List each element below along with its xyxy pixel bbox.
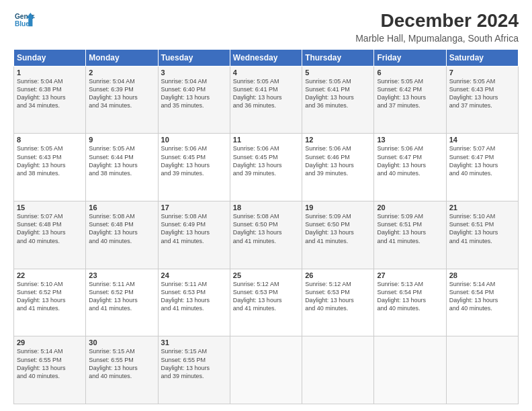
table-row: 7Sunrise: 5:05 AM Sunset: 6:43 PM Daylig… <box>446 66 518 134</box>
cell-content: Sunrise: 5:04 AM Sunset: 6:38 PM Dayligh… <box>17 77 83 110</box>
table-row <box>446 336 518 404</box>
table-row: 19Sunrise: 5:09 AM Sunset: 6:50 PM Dayli… <box>302 201 374 269</box>
day-number: 7 <box>449 68 515 77</box>
day-number: 24 <box>161 271 227 279</box>
table-row: 6Sunrise: 5:05 AM Sunset: 6:42 PM Daylig… <box>374 66 446 134</box>
calendar-header-row: Sunday Monday Tuesday Wednesday Thursday… <box>14 49 519 66</box>
day-number: 31 <box>161 338 227 347</box>
cell-content: Sunrise: 5:05 AM Sunset: 6:43 PM Dayligh… <box>449 77 515 110</box>
cell-content: Sunrise: 5:11 AM Sunset: 6:53 PM Dayligh… <box>161 280 227 313</box>
day-number: 2 <box>89 68 154 77</box>
calendar-table: Sunday Monday Tuesday Wednesday Thursday… <box>13 49 519 404</box>
day-number: 18 <box>233 203 299 212</box>
day-number: 4 <box>233 68 299 77</box>
table-row: 5Sunrise: 5:05 AM Sunset: 6:41 PM Daylig… <box>302 66 374 134</box>
day-number: 14 <box>449 136 515 144</box>
table-row: 20Sunrise: 5:09 AM Sunset: 6:51 PM Dayli… <box>374 201 446 269</box>
calendar-week-row: 8Sunrise: 5:05 AM Sunset: 6:43 PM Daylig… <box>14 134 519 201</box>
table-row: 25Sunrise: 5:12 AM Sunset: 6:53 PM Dayli… <box>230 269 302 336</box>
day-number: 6 <box>377 68 443 77</box>
cell-content: Sunrise: 5:15 AM Sunset: 6:55 PM Dayligh… <box>161 347 227 380</box>
cell-content: Sunrise: 5:07 AM Sunset: 6:48 PM Dayligh… <box>17 212 83 245</box>
table-row: 23Sunrise: 5:11 AM Sunset: 6:52 PM Dayli… <box>86 269 158 336</box>
day-number: 5 <box>305 68 371 77</box>
cell-content: Sunrise: 5:08 AM Sunset: 6:50 PM Dayligh… <box>233 212 299 245</box>
table-row: 3Sunrise: 5:04 AM Sunset: 6:40 PM Daylig… <box>158 66 230 134</box>
day-number: 26 <box>305 271 371 279</box>
day-number: 17 <box>161 203 227 212</box>
cell-content: Sunrise: 5:11 AM Sunset: 6:52 PM Dayligh… <box>89 280 154 313</box>
table-row: 12Sunrise: 5:06 AM Sunset: 6:46 PM Dayli… <box>302 134 374 201</box>
table-row: 21Sunrise: 5:10 AM Sunset: 6:51 PM Dayli… <box>446 201 518 269</box>
day-number: 10 <box>161 136 227 144</box>
cell-content: Sunrise: 5:05 AM Sunset: 6:41 PM Dayligh… <box>305 77 371 110</box>
table-row: 14Sunrise: 5:07 AM Sunset: 6:47 PM Dayli… <box>446 134 518 201</box>
table-row: 18Sunrise: 5:08 AM Sunset: 6:50 PM Dayli… <box>230 201 302 269</box>
table-row: 2Sunrise: 5:04 AM Sunset: 6:39 PM Daylig… <box>86 66 158 134</box>
cell-content: Sunrise: 5:04 AM Sunset: 6:40 PM Dayligh… <box>161 77 227 110</box>
calendar-week-row: 1Sunrise: 5:04 AM Sunset: 6:38 PM Daylig… <box>14 66 519 134</box>
page: General Blue December 2024 Marble Hall, … <box>0 0 532 411</box>
table-row: 26Sunrise: 5:12 AM Sunset: 6:53 PM Dayli… <box>302 269 374 336</box>
table-row: 24Sunrise: 5:11 AM Sunset: 6:53 PM Dayli… <box>158 269 230 336</box>
calendar-week-row: 15Sunrise: 5:07 AM Sunset: 6:48 PM Dayli… <box>14 201 519 269</box>
table-row: 13Sunrise: 5:06 AM Sunset: 6:47 PM Dayli… <box>374 134 446 201</box>
day-number: 13 <box>377 136 443 144</box>
table-row: 29Sunrise: 5:14 AM Sunset: 6:55 PM Dayli… <box>14 336 86 404</box>
day-number: 21 <box>449 203 515 212</box>
header: General Blue December 2024 Marble Hall, … <box>13 11 519 44</box>
table-row: 17Sunrise: 5:08 AM Sunset: 6:49 PM Dayli… <box>158 201 230 269</box>
cell-content: Sunrise: 5:06 AM Sunset: 6:47 PM Dayligh… <box>377 144 443 177</box>
day-number: 3 <box>161 68 227 77</box>
col-tuesday: Tuesday <box>158 49 230 66</box>
cell-content: Sunrise: 5:06 AM Sunset: 6:45 PM Dayligh… <box>233 144 299 177</box>
cell-content: Sunrise: 5:15 AM Sunset: 6:55 PM Dayligh… <box>89 347 154 380</box>
cell-content: Sunrise: 5:09 AM Sunset: 6:50 PM Dayligh… <box>305 212 371 245</box>
cell-content: Sunrise: 5:06 AM Sunset: 6:46 PM Dayligh… <box>305 144 371 177</box>
table-row: 30Sunrise: 5:15 AM Sunset: 6:55 PM Dayli… <box>86 336 158 404</box>
day-number: 20 <box>377 203 443 212</box>
calendar-week-row: 29Sunrise: 5:14 AM Sunset: 6:55 PM Dayli… <box>14 336 519 404</box>
cell-content: Sunrise: 5:14 AM Sunset: 6:55 PM Dayligh… <box>17 347 83 380</box>
cell-content: Sunrise: 5:10 AM Sunset: 6:51 PM Dayligh… <box>449 212 515 245</box>
cell-content: Sunrise: 5:13 AM Sunset: 6:54 PM Dayligh… <box>377 280 443 313</box>
cell-content: Sunrise: 5:12 AM Sunset: 6:53 PM Dayligh… <box>305 280 371 313</box>
day-number: 8 <box>17 136 83 144</box>
day-number: 1 <box>17 68 83 77</box>
day-number: 23 <box>89 271 154 279</box>
day-number: 25 <box>233 271 299 279</box>
title-block: December 2024 Marble Hall, Mpumalanga, S… <box>355 11 519 44</box>
cell-content: Sunrise: 5:12 AM Sunset: 6:53 PM Dayligh… <box>233 280 299 313</box>
table-row: 27Sunrise: 5:13 AM Sunset: 6:54 PM Dayli… <box>374 269 446 336</box>
cell-content: Sunrise: 5:10 AM Sunset: 6:52 PM Dayligh… <box>17 280 83 313</box>
table-row <box>374 336 446 404</box>
table-row: 1Sunrise: 5:04 AM Sunset: 6:38 PM Daylig… <box>14 66 86 134</box>
day-number: 28 <box>449 271 515 279</box>
day-number: 12 <box>305 136 371 144</box>
day-number: 11 <box>233 136 299 144</box>
day-number: 19 <box>305 203 371 212</box>
col-monday: Monday <box>86 49 158 66</box>
day-number: 9 <box>89 136 154 144</box>
subtitle: Marble Hall, Mpumalanga, South Africa <box>355 33 519 44</box>
cell-content: Sunrise: 5:05 AM Sunset: 6:41 PM Dayligh… <box>233 77 299 110</box>
table-row: 22Sunrise: 5:10 AM Sunset: 6:52 PM Dayli… <box>14 269 86 336</box>
cell-content: Sunrise: 5:04 AM Sunset: 6:39 PM Dayligh… <box>89 77 154 110</box>
table-row: 16Sunrise: 5:08 AM Sunset: 6:48 PM Dayli… <box>86 201 158 269</box>
calendar-week-row: 22Sunrise: 5:10 AM Sunset: 6:52 PM Dayli… <box>14 269 519 336</box>
table-row <box>302 336 374 404</box>
day-number: 22 <box>17 271 83 279</box>
table-row: 15Sunrise: 5:07 AM Sunset: 6:48 PM Dayli… <box>14 201 86 269</box>
cell-content: Sunrise: 5:06 AM Sunset: 6:45 PM Dayligh… <box>161 144 227 177</box>
cell-content: Sunrise: 5:05 AM Sunset: 6:43 PM Dayligh… <box>17 144 83 177</box>
cell-content: Sunrise: 5:05 AM Sunset: 6:44 PM Dayligh… <box>89 144 154 177</box>
col-wednesday: Wednesday <box>230 49 302 66</box>
table-row: 4Sunrise: 5:05 AM Sunset: 6:41 PM Daylig… <box>230 66 302 134</box>
logo: General Blue <box>13 11 35 30</box>
col-thursday: Thursday <box>302 49 374 66</box>
table-row <box>230 336 302 404</box>
col-friday: Friday <box>374 49 446 66</box>
svg-text:Blue: Blue <box>15 20 30 28</box>
day-number: 15 <box>17 203 83 212</box>
cell-content: Sunrise: 5:08 AM Sunset: 6:48 PM Dayligh… <box>89 212 154 245</box>
